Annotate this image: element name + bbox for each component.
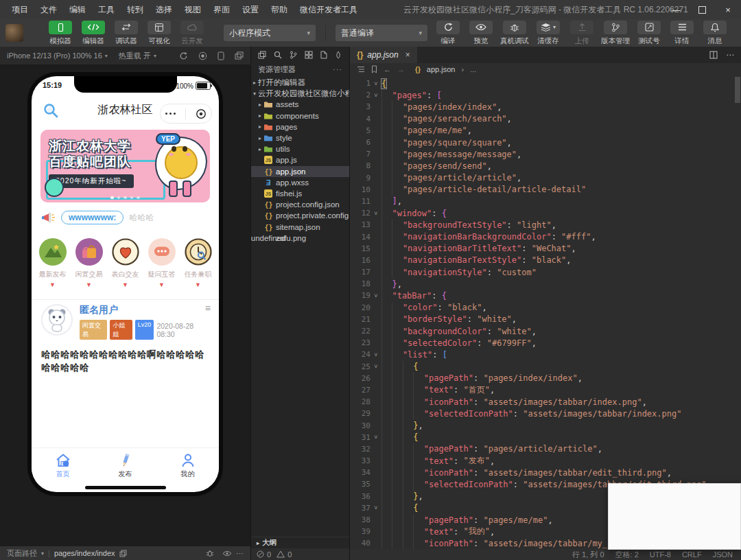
search-icon[interactable] <box>43 102 59 119</box>
files-icon[interactable] <box>258 51 266 59</box>
category-闲置交易[interactable]: 闲置交易▼ <box>71 238 107 288</box>
more-icon[interactable]: ⋯ <box>236 549 244 558</box>
carousel-dot[interactable] <box>110 196 114 200</box>
menu-item[interactable]: 编辑 <box>63 0 92 19</box>
maximize-button[interactable] <box>689 0 715 19</box>
tab-首页[interactable]: 首页 <box>32 448 94 484</box>
category-疑问互答[interactable]: 疑问互答▼ <box>143 238 180 288</box>
search-icon[interactable] <box>274 51 282 59</box>
fold-icon[interactable]: ˅ <box>370 504 381 511</box>
menu-item[interactable]: 项目 <box>5 0 34 19</box>
problems-bar[interactable]: 0 0 <box>251 548 349 560</box>
scrollbar-thumb[interactable] <box>735 77 740 103</box>
split-editor-icon[interactable] <box>709 51 718 59</box>
more-icon[interactable]: ⋯ <box>726 50 734 60</box>
category-最新发布[interactable]: 最新发布▼ <box>34 238 71 288</box>
rotate-icon[interactable] <box>179 51 188 60</box>
toolbar-button-编译[interactable]: 编译 <box>434 21 462 46</box>
extensions-icon[interactable] <box>305 51 313 59</box>
carousel-dot[interactable] <box>130 196 134 200</box>
tab-发布[interactable]: 发布 <box>94 448 156 484</box>
toolbar-button-可视化[interactable]: 可视化 <box>145 21 173 46</box>
fold-icon[interactable]: ˅ <box>370 434 381 441</box>
toolbar-button-编辑器[interactable]: 编辑器 <box>80 21 107 46</box>
tree-item-pages[interactable]: ▸pages <box>251 121 349 132</box>
triangle-down-icon[interactable]: ▼ <box>158 281 165 288</box>
back-icon[interactable]: ← <box>384 65 391 73</box>
menu-item[interactable]: 选择 <box>150 0 178 19</box>
eye-sm-icon[interactable] <box>222 550 232 557</box>
device-select[interactable]: iPhone 12/13 (Pro) 100% 16 ▾ <box>7 51 108 60</box>
toolbar-button-清缓存[interactable]: ▾清缓存 <box>534 21 562 46</box>
triangle-down-icon[interactable]: ▼ <box>195 281 201 288</box>
close-icon[interactable]: × <box>405 50 410 60</box>
toolbar-button-预览[interactable]: 预览 <box>467 21 495 46</box>
menu-item[interactable]: 设置 <box>236 0 265 19</box>
post-username[interactable]: 匿名用户 <box>80 304 118 316</box>
avatar[interactable] <box>41 304 73 336</box>
phone-icon[interactable] <box>217 51 224 60</box>
fold-icon[interactable]: ˅ <box>370 92 381 99</box>
tree-item-project.private.config.js...[interactable]: {}project.private.config.js... <box>251 210 349 221</box>
toolbar-button-模拟器[interactable]: 模拟器 <box>47 21 74 46</box>
tree-item-utils[interactable]: ▸utils <box>251 143 349 154</box>
triangle-down-icon[interactable]: ▼ <box>122 281 128 288</box>
file-icon[interactable] <box>320 51 327 59</box>
code-area[interactable]: 1˅{2˅"pages": [3"pages/index/index",4"pa… <box>350 75 741 549</box>
forward-icon[interactable]: → <box>397 65 405 73</box>
toolbar-button-真机调试[interactable]: 真机调试 <box>500 21 529 46</box>
tree-item-fishei.js[interactable]: JSfishei.js <box>251 188 349 199</box>
tree-item-assets[interactable]: ▸assets <box>251 99 349 110</box>
tree-item-project.config.json[interactable]: {}project.config.json <box>251 199 349 210</box>
breadcrumb-file[interactable]: app.json <box>427 65 456 73</box>
fold-icon[interactable]: ˅ <box>370 363 381 370</box>
tab-app-json[interactable]: {} app.json × <box>350 47 417 63</box>
copy-icon[interactable] <box>119 550 127 557</box>
tab-我的[interactable]: 我的 <box>156 448 219 484</box>
outline-section[interactable]: ▸ 大纲 <box>251 537 349 548</box>
category-任务兼职[interactable]: 任务兼职▼ <box>180 238 216 288</box>
carousel-dot[interactable] <box>124 196 127 200</box>
tree-item-style[interactable]: ▸style <box>251 132 349 143</box>
status-segment[interactable]: JSON <box>713 550 733 559</box>
theme-icon[interactable] <box>335 51 342 59</box>
toolbar-button-上传[interactable]: 上传 <box>568 21 596 46</box>
status-segment[interactable]: UTF-8 <box>650 550 671 559</box>
toolbar-button-云开发[interactable]: 云开发 <box>178 21 206 46</box>
user-avatar[interactable] <box>5 24 23 42</box>
close-button[interactable]: × <box>715 0 741 19</box>
source-control-icon[interactable] <box>290 51 297 59</box>
menu-item[interactable]: 微信开发者工具 <box>294 0 364 19</box>
carousel-dot[interactable] <box>137 196 140 200</box>
tree-item-app.wxss[interactable]: Ǝapp.wxss <box>251 177 349 188</box>
category-表白交友[interactable]: 表白交友▼ <box>107 238 143 288</box>
post-menu-icon[interactable]: ≡ <box>205 304 211 312</box>
toolbar-button-详情[interactable]: 详情 <box>668 21 696 46</box>
bookmark-icon[interactable] <box>371 65 377 73</box>
windows-icon[interactable] <box>235 51 244 60</box>
breadcrumb-more[interactable]: ... <box>470 65 476 73</box>
mode-select[interactable]: 小程序模式 ▾ <box>224 25 316 41</box>
tree-item-app.js[interactable]: JSapp.js <box>251 154 349 165</box>
toolbar-button-测试号[interactable]: 测试号 <box>635 21 663 46</box>
more-icon[interactable]: ··· <box>333 65 342 73</box>
menu-item[interactable]: 视图 <box>178 0 207 19</box>
status-segment[interactable]: 空格: 2 <box>615 550 639 560</box>
fold-icon[interactable]: ˅ <box>370 210 381 217</box>
menu-item[interactable]: 界面 <box>207 0 236 19</box>
banner-carousel[interactable]: 浙江农林大学 百度贴吧团队 2020年纳新开始啦~ YEP <box>40 130 210 202</box>
post-card[interactable]: 匿名用户 ≡ 闲置交易小姐姐Lv20 2020-08-28 08:30 哈哈哈哈… <box>41 304 211 375</box>
toolbar-button-版本管理[interactable]: 版本管理 <box>601 21 630 46</box>
tree-item-zafu.png[interactable]: undefinedzafu.png <box>251 233 349 244</box>
tree-item-sitemap.json[interactable]: {}sitemap.json <box>251 221 349 232</box>
capsule-menu[interactable] <box>160 104 212 124</box>
minimize-button[interactable]: — <box>663 0 689 19</box>
fold-icon[interactable]: ˅ <box>370 80 381 87</box>
fold-icon[interactable]: ˅ <box>370 292 381 299</box>
tree-item-components[interactable]: ▸components <box>251 110 349 121</box>
bug-sm-icon[interactable] <box>206 549 214 557</box>
triangle-down-icon[interactable]: ▼ <box>49 281 56 288</box>
tree-section-open-editors[interactable]: ▸打开的编辑器 <box>251 77 349 88</box>
outline-icon[interactable] <box>357 66 365 73</box>
status-segment[interactable]: 行 1, 列 0 <box>572 550 604 560</box>
